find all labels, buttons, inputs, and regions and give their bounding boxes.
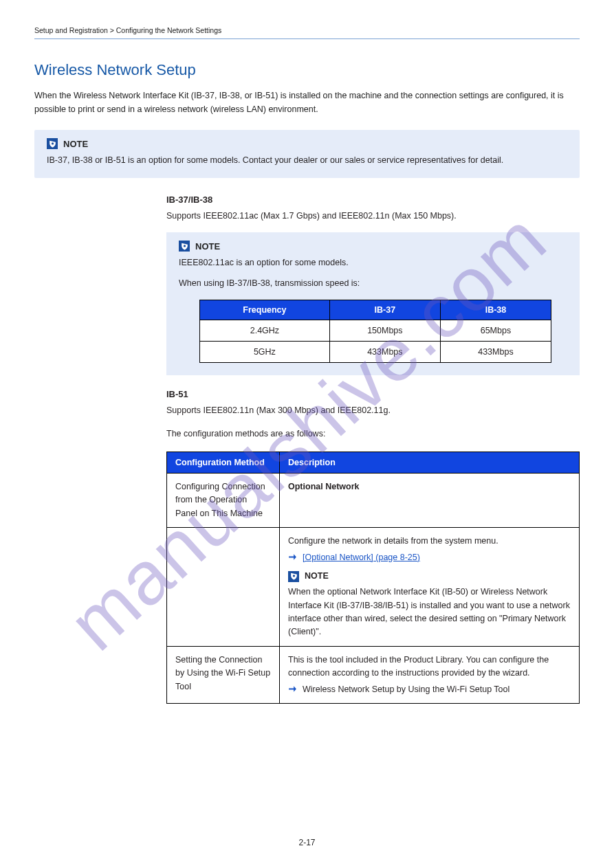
table-row: 2.4GHz 150Mbps 65Mbps	[200, 320, 551, 342]
term-desc: Supports IEEE802.11ac (Max 1.7 Gbps) and…	[166, 209, 580, 223]
reference-link[interactable]: [Optional Network] (page 8-25)	[303, 551, 420, 564]
desc-subtitle: Optional Network	[288, 482, 359, 491]
reference-text: Wireless Network Setup by Using the Wi-F…	[303, 683, 509, 696]
desc-body: This is the tool included in the Product…	[288, 654, 571, 680]
config-item-cell: Setting the Connection by Using the Wi-F…	[167, 646, 280, 703]
sub-note-title: NOTE	[195, 241, 220, 252]
note-box-main: NOTE IB-37, IB-38 or IB-51 is an option …	[34, 130, 580, 178]
config-th-desc: Description	[280, 452, 580, 474]
config-table: Configuration Method Description Configu…	[166, 452, 580, 704]
breadcrumb: Setup and Registration > Configuring the…	[34, 26, 580, 34]
sub-note-box: NOTE IEEE802.11ac is an option for some …	[166, 232, 580, 375]
reference-row: [Optional Network] (page 8-25)	[288, 551, 571, 564]
config-intro: The configuration methods are as follows…	[166, 427, 580, 441]
speed-th-ib37: IB-37	[329, 300, 440, 320]
td-note-header: NOTE	[288, 570, 571, 583]
speed-table: Frequency IB-37 IB-38 2.4GHz 150Mbps 65M…	[199, 300, 551, 363]
note-body: IB-37, IB-38 or IB-51 is an option for s…	[47, 153, 567, 167]
cell: 150Mbps	[329, 320, 440, 342]
config-th-method: Configuration Method	[167, 452, 280, 474]
sub-note-header: NOTE	[179, 241, 567, 252]
term-ib37: IB-37/IB-38	[166, 194, 580, 205]
page-heading: Wireless Network Setup	[34, 61, 580, 79]
term-ib51: IB-51	[166, 389, 580, 399]
note-title: NOTE	[63, 139, 88, 149]
cell: 65Mbps	[440, 320, 551, 342]
table-row: 5GHz 433Mbps 433Mbps	[200, 342, 551, 363]
reference-row: Wireless Network Setup by Using the Wi-F…	[288, 683, 571, 696]
desc-body: Configure the network in details from th…	[288, 535, 571, 548]
config-item-cell-empty	[167, 528, 280, 647]
config-desc-cell: Optional Network	[280, 474, 580, 528]
cell: 433Mbps	[329, 342, 440, 363]
cell: 5GHz	[200, 342, 330, 363]
table-row: Configure the network in details from th…	[167, 528, 580, 647]
note-icon	[47, 138, 58, 149]
note-header: NOTE	[47, 138, 567, 149]
speed-th-freq: Frequency	[200, 300, 330, 320]
config-desc-cell: Configure the network in details from th…	[280, 528, 580, 647]
config-item-cell: Configuring Connection from the Operatio…	[167, 474, 280, 528]
sub-note-body-2: When using IB-37/IB-38, transmission spe…	[179, 276, 567, 290]
intro-text: When the Wireless Network Interface Kit …	[34, 89, 580, 116]
note-icon	[179, 241, 190, 252]
td-note-title: NOTE	[305, 570, 329, 583]
cell: 2.4GHz	[200, 320, 330, 342]
speed-th-ib38: IB-38	[440, 300, 551, 320]
td-note-body: When the optional Network Interface Kit …	[288, 586, 571, 639]
header-divider	[34, 38, 580, 39]
table-row: Setting the Connection by Using the Wi-F…	[167, 646, 580, 703]
indent-block: IB-37/IB-38 Supports IEEE802.11ac (Max 1…	[166, 194, 580, 704]
arrow-right-icon	[288, 685, 297, 693]
table-row: Configuring Connection from the Operatio…	[167, 474, 580, 528]
page-number: 2-17	[0, 838, 614, 847]
cell: 433Mbps	[440, 342, 551, 363]
note-icon	[288, 571, 299, 582]
term-ib51-desc: Supports IEEE802.11n (Max 300 Mbps) and …	[166, 403, 580, 417]
sub-note-body-1: IEEE802.11ac is an option for some model…	[179, 256, 567, 269]
config-desc-cell: This is the tool included in the Product…	[280, 646, 580, 703]
arrow-right-icon	[288, 553, 297, 561]
